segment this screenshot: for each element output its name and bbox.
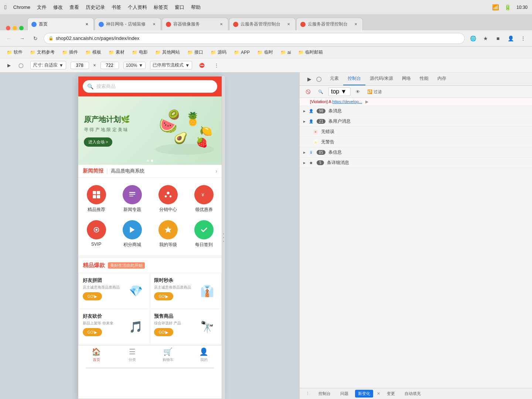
bookmark-docs[interactable]: 📁 文档参考 [27,48,58,57]
search-input[interactable]: 🔍 搜索商品 [83,80,217,93]
bookmark-templates[interactable]: 📁 模板 [82,48,104,57]
icon-featured[interactable]: 精品推荐 [78,181,114,216]
resize-handle[interactable] [222,76,225,399]
console-item-info[interactable]: ▶ ℹ 85 条信息 [300,147,532,158]
tab-close-homepage[interactable]: ✕ [84,21,90,27]
tab-homepage[interactable]: 首页 ✕ [27,18,94,30]
tab-close-container[interactable]: ✕ [218,21,224,27]
banner-dot-1[interactable] [147,160,149,162]
menubar-help[interactable]: 帮助 [191,4,201,11]
bookmark-button[interactable]: ★ [480,33,491,44]
status-tab-console[interactable]: 控制台 [316,390,334,398]
menubar-window[interactable]: 窗口 [175,4,184,11]
size-preset-select[interactable]: 尺寸: 自适应 ▼ [30,61,66,69]
zoom-select[interactable]: 100% ▼ [123,62,146,69]
console-item-messages[interactable]: ▶ 👤 90 条消息 [300,106,532,116]
console-filter-btn[interactable]: 🔍 [316,88,325,95]
banner-dot-2[interactable] [151,160,153,162]
menubar-history[interactable]: 历史记录 [86,4,105,11]
promo-btn-group-buy[interactable]: GO!▶ [83,292,102,300]
bookmark-other[interactable]: 📁 其他网站 [152,48,183,57]
icon-points[interactable]: 积分商城 [114,216,150,252]
console-item-no-error[interactable]: ✕ 无错误 [300,127,532,137]
menubar-view[interactable]: 查看 [69,4,79,11]
console-eye-btn[interactable]: 👁 [354,88,362,95]
tab-elements[interactable]: 元素 [325,72,343,85]
height-input[interactable] [100,62,119,69]
menubar-file[interactable]: 文件 [37,4,47,11]
menubar-bookmarks[interactable]: 书签 [112,4,121,11]
tab-store[interactable]: 神目网络 - 店铺裝修 ✕ [95,18,161,30]
nav-home[interactable]: 🏠 首页 [78,347,114,362]
devtools-inspect-btn[interactable]: ▶ [305,75,314,83]
devtools-responsive-btn[interactable]: ◯ [314,75,323,83]
nav-category[interactable]: ☰ 分类 [114,347,150,362]
minimize-window-button[interactable] [13,26,17,30]
forward-button[interactable]: → [17,33,27,44]
tab-performance[interactable]: 性能 [415,72,433,85]
nav-profile[interactable]: 👤 我的 [186,347,222,362]
expand-arrow[interactable]: ▶ [365,99,368,104]
bookmark-email[interactable]: 📁 临时邮箱 [295,48,326,57]
tab-close-store[interactable]: ✕ [151,21,157,27]
promo-card-flash-sale[interactable]: 限时秒杀 店主诚意推荐品质商品 GO!▶ 👔 [150,273,221,308]
nav-cart[interactable]: 🛒 购物车 [150,347,186,362]
bookmark-ai[interactable]: 📁 ai [277,49,294,56]
tab-cloud2[interactable]: 云服务器管理控制台 ✕ [296,18,363,30]
promo-btn-flash-sale[interactable]: GO!▶ [154,292,173,300]
banner-cta-button[interactable]: 进入会场 > [84,137,112,147]
bookmark-temp[interactable]: 📁 临时 [254,48,276,57]
news-bar[interactable]: 新闻简报 | 高品质电商系统 › [78,165,222,178]
profile-button[interactable]: 👤 [505,33,516,44]
throttle-select[interactable]: 已停用节流模式 ▼ [150,61,192,69]
icon-svip[interactable]: SVIP [78,216,114,252]
tab-container[interactable]: 容器镜像服务 ✕ [162,18,228,30]
tab-console[interactable]: 控制台 [343,72,365,85]
no-throttle-icon[interactable]: ⛔ [197,60,207,71]
phone-frame[interactable]: 🔍 搜索商品 原产地计划🌿 寻 得 产 地 限 定 美 味 进入会场 > [78,76,222,399]
back-button[interactable]: ← [4,33,14,44]
tab-network[interactable]: 网络 [398,72,415,85]
bookmark-plugins[interactable]: 📁 插件 [59,48,81,57]
bookmark-movies[interactable]: 📁 电影 [129,48,151,57]
expand-icon[interactable]: ▶ [303,109,306,113]
bookmark-app[interactable]: 📁 APP [231,49,253,56]
status-tab-mutations[interactable]: 变更 [384,390,398,398]
reload-button[interactable]: ↻ [30,33,41,44]
icon-level[interactable]: 我的等级 [150,216,186,252]
expand-icon[interactable]: ▶ [303,150,306,154]
bookmark-api[interactable]: 📁 接口 [184,48,206,57]
menubar-chrome[interactable]: Chrome [13,4,30,10]
status-tab-changes[interactable]: 新变化 [355,390,373,398]
icon-coupon[interactable]: ¥ 领优惠券 [186,181,222,216]
translate-button[interactable]: 🌐 [468,33,478,44]
extensions-button[interactable]: ■ [493,33,503,44]
promo-card-presale[interactable]: 预售商品 综合评选好 产品 GO!▶ 🔭 [150,309,221,344]
bookmark-software[interactable]: 📁 软件 [4,48,25,57]
bookmark-source[interactable]: 📁 源码 [208,48,229,57]
width-input[interactable] [71,62,89,69]
console-clear-btn[interactable]: 🚫 [303,88,313,95]
tab-cloud1[interactable]: 云服务器管理控制台 ✕ [229,18,296,30]
tab-close-cloud2[interactable]: ✕ [353,21,359,27]
tab-sources[interactable]: 源代码/来源 [365,72,398,85]
promo-card-group-buy[interactable]: 好友拼团 店主诚意推荐品质商品 GO!▶ 💎 [79,273,150,308]
menubar-edit[interactable]: 修改 [53,4,63,11]
devtools-device-btn[interactable]: ◯ [16,60,26,71]
icon-checkin[interactable]: 每日签到 [186,216,222,252]
console-filter-text-btn[interactable]: 🔁 过滤 [365,88,384,96]
menubar-profile[interactable]: 个人资料 [128,4,147,11]
violation-link[interactable]: https://develop... [332,99,362,104]
icon-distribution[interactable]: 分销中心 [150,181,186,216]
promo-btn-bargain[interactable]: GO!▶ [83,328,102,336]
status-tab-issues[interactable]: 问题 [337,390,351,398]
devtools-pointer-btn[interactable]: ▶ [4,60,14,71]
status-tab-autofill[interactable]: 自动填充 [402,390,424,398]
maximize-window-button[interactable] [19,26,24,30]
tab-close-cloud1[interactable]: ✕ [286,21,291,27]
devtools-menu-btn[interactable]: ⋮ [303,390,312,397]
menubar-tabs[interactable]: 标签页 [154,4,168,11]
console-context-select[interactable]: top ▼ [328,87,351,96]
icon-news[interactable]: 新闻专题 [114,181,150,216]
expand-icon[interactable]: ▶ [303,161,306,165]
